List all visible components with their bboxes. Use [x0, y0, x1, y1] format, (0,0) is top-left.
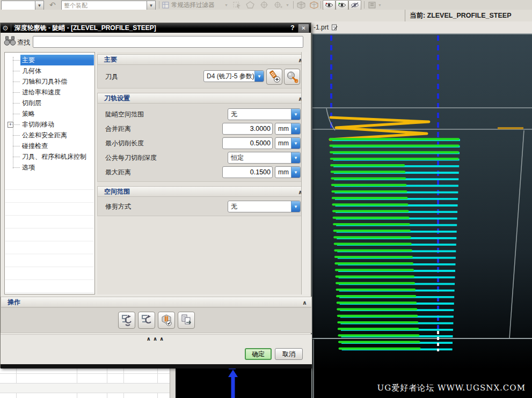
viewport-lower-area: [176, 368, 311, 398]
verify-icon: [159, 313, 173, 327]
selection-scope-combo[interactable]: ▼: [1, 1, 44, 10]
selection-filter-label[interactable]: 常规选择过滤器: [171, 0, 215, 10]
dropdown-arrow-icon[interactable]: ▼: [147, 1, 155, 10]
tree-item-tool-axis[interactable]: 刀轴和刀具补偿: [5, 76, 94, 87]
dialog-title-bar[interactable]: ⚙ 深度轮廓铣 - 陡峭 - [ZLEVEL_PROFILE_STEEP] ? …: [1, 23, 311, 33]
field-label: 最大距离: [105, 166, 131, 179]
tree-item-machine-control[interactable]: 刀具、程序和机床控制: [5, 151, 94, 162]
section-header-path-settings[interactable]: 刀轨设置 ∧: [97, 93, 308, 104]
grid-line: [0, 373, 170, 374]
tree-item-feeds-speeds[interactable]: 进给率和速度: [5, 87, 94, 98]
dropdown-arrow-icon[interactable]: ▼: [35, 1, 43, 10]
toolbar-separator: [159, 1, 159, 9]
tree-item-non-cutting-moves[interactable]: +非切削移动: [5, 119, 94, 130]
zlevel-profile-dialog: ⚙ 深度轮廓铣 - 陡峭 - [ZLEVEL_PROFILE_STEEP] ? …: [0, 23, 311, 368]
binoculars-icon: [4, 35, 16, 47]
tree-item-main[interactable]: 主要: [5, 55, 94, 65]
grid-line: [0, 383, 170, 384]
toolpath-graphics: [312, 34, 532, 398]
show-object-button[interactable]: [323, 0, 336, 10]
steep-range-select[interactable]: 无 ▼: [228, 108, 301, 120]
lasso-polygon-icon: [246, 0, 254, 10]
tree-empty-rows: [5, 177, 94, 293]
edit-tool-icon: [286, 70, 298, 83]
merge-distance-unit[interactable]: mm ▼: [275, 123, 301, 135]
status-strip: 当前: ZLEVEL_PROFILE_STEEP: [0, 10, 532, 22]
close-button[interactable]: ✕: [298, 24, 309, 33]
chevron-up-icon[interactable]: ∧: [302, 298, 307, 307]
dropdown-arrow-icon[interactable]: ▼: [254, 71, 264, 82]
tree-item-tolerances[interactable]: 公差和安全距离: [5, 130, 94, 141]
layer-settings-icon: [368, 0, 376, 10]
min-cut-length-input[interactable]: [222, 137, 273, 149]
create-tool-button[interactable]: [266, 69, 282, 85]
current-operation-status: 当前: ZLEVEL_PROFILE_STEEP: [405, 10, 512, 21]
dropdown-arrow-icon[interactable]: ▼: [291, 109, 300, 120]
dropdown-arrow-icon[interactable]: ▼: [291, 167, 300, 178]
part-tab[interactable]: -1.prt: [314, 24, 329, 31]
shaded-view-icon: [297, 0, 306, 10]
cancel-button[interactable]: 取消: [275, 348, 303, 360]
title-separator: [11, 24, 11, 32]
snap-point-2-icon: [274, 0, 282, 10]
dropdown-arrow-icon[interactable]: ▼: [286, 0, 289, 10]
select-cursor-icon: [233, 0, 242, 10]
current-label: 当前:: [410, 11, 425, 20]
tree-item-cut-levels[interactable]: 切削层: [5, 98, 94, 108]
create-tool-icon: [268, 70, 281, 83]
dialog-title: 深度轮廓铣 - 陡峭 - [ZLEVEL_PROFILE_STEEP]: [14, 24, 156, 33]
panel-scrollbar[interactable]: [301, 52, 308, 294]
max-distance-unit[interactable]: mm ▼: [275, 166, 301, 178]
field-label: 陡峭空间范围: [105, 108, 144, 121]
tool-label: 刀具: [105, 70, 118, 83]
assembly-scope-combo[interactable]: 整个装配 ▼: [61, 1, 156, 10]
dropdown-arrow-icon[interactable]: ▼: [378, 0, 382, 10]
replay-icon: [140, 313, 154, 327]
dialog-collapse-handle[interactable]: ∧∧∧: [1, 334, 312, 345]
verify-toolpath-button[interactable]: [158, 312, 175, 329]
depth-per-cut-select[interactable]: 恒定 ▼: [228, 152, 301, 164]
max-distance-input[interactable]: [222, 166, 273, 178]
find-label: 查找: [17, 38, 30, 47]
edit-tool-button[interactable]: [284, 69, 300, 85]
trim-method-select[interactable]: 无 ▼: [228, 201, 301, 212]
find-row: 查找: [1, 33, 311, 52]
grid-line: [0, 393, 170, 393]
dropdown-arrow-icon[interactable]: ▼: [291, 201, 300, 212]
hide-object-button[interactable]: [348, 0, 361, 10]
dropdown-arrow-icon[interactable]: ▼: [291, 138, 300, 149]
merge-distance-input[interactable]: [222, 123, 273, 135]
dropdown-arrow-icon[interactable]: ▼: [224, 0, 228, 10]
top-toolbar: ▼ ↶ 整个装配 ▼ 常规选择过滤器 ▼ ▼ ▼: [0, 0, 532, 10]
find-input[interactable]: [33, 36, 303, 48]
dialog-parameter-panel: 主要 ∧ 刀具 D4 (铣刀-5 参数) ▼: [97, 52, 308, 294]
watermark-text: UG爱好者论坛 WWW.UGSNX.COM: [377, 383, 526, 393]
toolbar-separator: [293, 1, 294, 9]
field-label: 合并距离: [105, 122, 131, 135]
tree-item-geometry[interactable]: 几何体: [5, 65, 94, 76]
group-main: 刀具 D4 (铣刀-5 参数) ▼: [97, 65, 308, 89]
show-only-button[interactable]: [336, 0, 348, 10]
dropdown-arrow-icon[interactable]: ▼: [291, 152, 300, 163]
graphics-viewport[interactable]: UG爱好者论坛 WWW.UGSNX.COM: [311, 33, 532, 398]
list-toolpath-button[interactable]: [178, 312, 195, 329]
section-header-range[interactable]: 空间范围 ∧: [97, 186, 308, 197]
data-grid[interactable]: [0, 368, 170, 398]
ok-button[interactable]: 确定: [245, 348, 272, 360]
wireframe-view-icon: [310, 0, 319, 10]
tool-select[interactable]: D4 (铣刀-5 参数) ▼: [203, 70, 264, 82]
actions-body: [1, 307, 312, 333]
section-header-actions[interactable]: 操作 ∧: [1, 297, 312, 307]
tree-item-options[interactable]: 选项: [5, 162, 94, 173]
generate-toolpath-button[interactable]: [118, 312, 135, 329]
tree-item-collision-check[interactable]: 碰撞检查: [5, 141, 94, 151]
help-button[interactable]: ?: [288, 24, 297, 32]
undo-icon[interactable]: ↶: [49, 0, 56, 10]
section-header-main[interactable]: 主要 ∧: [97, 54, 308, 65]
dropdown-arrow-icon[interactable]: ▼: [291, 123, 300, 134]
tree-item-strategy[interactable]: 策略: [5, 108, 94, 119]
dialog-nav-tree: 主要 几何体 刀轴和刀具补偿 进给率和速度 切削层 策略 +非切削移动 公差和安…: [4, 52, 95, 294]
min-cut-length-unit[interactable]: mm ▼: [275, 137, 301, 149]
grid-row-shade: [0, 383, 170, 393]
replay-toolpath-button[interactable]: [138, 312, 155, 329]
